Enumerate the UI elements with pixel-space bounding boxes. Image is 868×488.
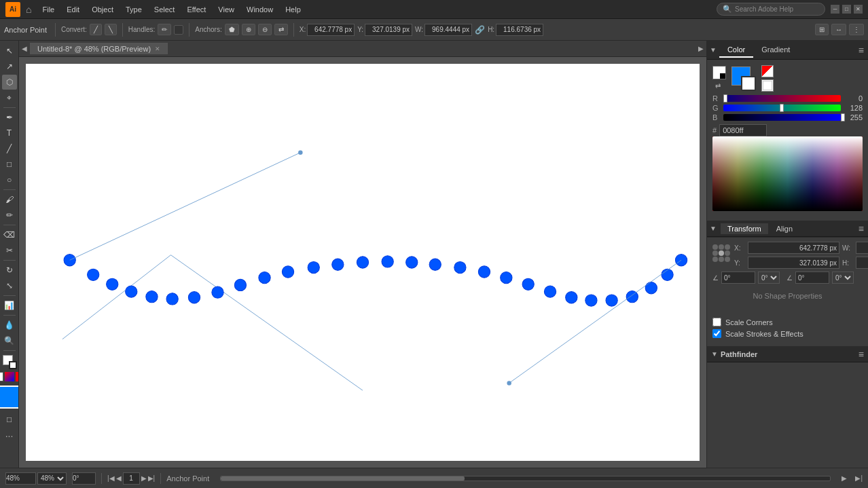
- white-swatch[interactable]: [761, 79, 774, 92]
- scale-corners-checkbox[interactable]: [712, 318, 721, 326]
- more-tools-btn[interactable]: ···: [5, 430, 14, 441]
- x-input[interactable]: [307, 24, 355, 36]
- graph-tool[interactable]: 📊: [2, 298, 17, 313]
- view-mode-btn[interactable]: □: [2, 412, 17, 427]
- toolbar-transform-btn[interactable]: ↔: [831, 24, 846, 35]
- menu-help[interactable]: Help: [280, 4, 306, 15]
- search-box[interactable]: 🔍 Search Adobe Help: [717, 3, 825, 16]
- eraser-tool[interactable]: ⌫: [2, 227, 17, 242]
- h-input[interactable]: [496, 24, 543, 36]
- menu-window[interactable]: Window: [241, 4, 278, 15]
- eyedropper-tool[interactable]: 💧: [2, 318, 17, 333]
- r-slider-thumb[interactable]: [723, 94, 727, 102]
- menu-view[interactable]: View: [213, 4, 240, 15]
- color-panel-options[interactable]: ≡: [858, 45, 868, 56]
- tx-input[interactable]: [748, 242, 839, 254]
- active-color-swatch[interactable]: [0, 386, 19, 409]
- y-input[interactable]: [365, 24, 412, 36]
- menu-object[interactable]: Object: [86, 4, 119, 15]
- anchors-btn-2[interactable]: ⊕: [242, 24, 255, 35]
- tab-close-btn[interactable]: ✕: [155, 45, 160, 52]
- zoom-input[interactable]: [5, 472, 36, 485]
- magic-wand-tool[interactable]: ⬡: [2, 75, 17, 90]
- line-tool[interactable]: ╱: [2, 141, 17, 156]
- tab-transform[interactable]: Transform: [721, 223, 768, 234]
- maximize-button[interactable]: □: [842, 5, 851, 14]
- next-page-btn[interactable]: ▶: [141, 474, 147, 482]
- tab-color[interactable]: Color: [719, 43, 753, 58]
- menu-file[interactable]: File: [37, 4, 60, 15]
- tab-align[interactable]: Align: [770, 223, 799, 234]
- anchors-btn-3[interactable]: ⊖: [258, 24, 272, 35]
- convert-btn-2[interactable]: ╲: [105, 24, 117, 35]
- close-button[interactable]: ✕: [854, 5, 863, 14]
- rect-tool[interactable]: □: [2, 157, 17, 172]
- b-slider-track[interactable]: [723, 114, 841, 121]
- toolbar-more-btn[interactable]: ⋮: [849, 24, 864, 35]
- swap-icon[interactable]: ⇄: [712, 81, 723, 92]
- color-mode-ramp[interactable]: [712, 66, 726, 79]
- color-spectrum[interactable]: [712, 136, 863, 211]
- link-icon[interactable]: 🔗: [475, 25, 485, 35]
- prev-page-btn[interactable]: ◀: [116, 474, 122, 482]
- last-page-btn[interactable]: ▶|: [148, 474, 156, 482]
- none-swatch[interactable]: [761, 65, 774, 77]
- rotate-tool[interactable]: ↻: [2, 263, 17, 278]
- anchors-btn-1[interactable]: ⬟: [225, 24, 239, 35]
- handles-swatch[interactable]: [174, 25, 183, 35]
- scale-strokes-checkbox[interactable]: [712, 329, 721, 338]
- direct-select-tool[interactable]: ↗: [2, 59, 17, 74]
- no-fill[interactable]: [0, 372, 3, 381]
- left-sep-1: [3, 107, 16, 108]
- b-slider-thumb[interactable]: [841, 113, 845, 121]
- stroke-swatch[interactable]: [9, 361, 17, 369]
- angle1-dropdown[interactable]: 0°: [758, 271, 780, 284]
- origin-grid[interactable]: [712, 244, 730, 262]
- background-swatch[interactable]: [741, 76, 756, 91]
- ellipse-tool[interactable]: ○: [2, 172, 17, 187]
- minimize-button[interactable]: ─: [831, 5, 839, 14]
- document-tab[interactable]: Untitled-8* @ 48% (RGB/Preview) ✕: [30, 43, 168, 54]
- status-nav-end[interactable]: ▶|: [855, 474, 863, 482]
- tw-input[interactable]: [856, 242, 868, 254]
- w-input[interactable]: [424, 24, 472, 36]
- status-nav-right[interactable]: ▶: [842, 474, 847, 482]
- select-tool[interactable]: ↖: [2, 43, 17, 58]
- zoom-dropdown[interactable]: 48%: [37, 472, 67, 485]
- zoom-tool[interactable]: 🔍: [2, 333, 17, 348]
- pathfinder-options[interactable]: ≡: [858, 349, 864, 360]
- toolbar-align-btn[interactable]: ⊞: [815, 24, 829, 35]
- type-tool[interactable]: T: [2, 126, 17, 140]
- first-page-btn[interactable]: |◀: [107, 474, 115, 482]
- page-input[interactable]: [123, 472, 140, 485]
- ty-input[interactable]: [748, 257, 839, 269]
- panels-expand-btn[interactable]: ▶: [698, 45, 704, 52]
- r-slider-track[interactable]: [723, 95, 841, 102]
- lasso-tool[interactable]: ⌖: [2, 90, 17, 105]
- menu-type[interactable]: Type: [120, 4, 147, 15]
- pencil-tool[interactable]: ✏: [2, 208, 17, 223]
- g-slider-thumb[interactable]: [780, 104, 784, 112]
- angle1-input[interactable]: [721, 271, 755, 284]
- menu-effect[interactable]: Effect: [181, 4, 211, 15]
- convert-btn-1[interactable]: ╱: [90, 24, 102, 35]
- anchors-btn-4[interactable]: ⇄: [274, 24, 288, 35]
- transform-panel-options[interactable]: ≡: [858, 223, 868, 234]
- angle-input[interactable]: [72, 472, 96, 485]
- scissors-tool[interactable]: ✂: [2, 243, 17, 258]
- panels-collapse-btn[interactable]: ◀: [22, 45, 27, 52]
- color-mode[interactable]: [5, 372, 14, 381]
- th-input[interactable]: [856, 257, 868, 269]
- angle2-input[interactable]: [795, 271, 829, 284]
- menu-edit[interactable]: Edit: [61, 4, 85, 15]
- tab-gradient[interactable]: Gradient: [753, 43, 798, 58]
- paint-brush-tool[interactable]: 🖌: [2, 192, 17, 207]
- handles-btn[interactable]: ✏: [158, 24, 171, 35]
- g-slider-track[interactable]: [723, 105, 841, 111]
- angle2-dropdown[interactable]: 0°: [832, 271, 854, 284]
- hex-input[interactable]: [719, 124, 767, 136]
- pen-tool[interactable]: ✒: [2, 110, 17, 125]
- menu-select[interactable]: Select: [149, 4, 181, 15]
- home-icon[interactable]: ⌂: [26, 4, 31, 15]
- scale-tool[interactable]: ⤡: [2, 278, 17, 293]
